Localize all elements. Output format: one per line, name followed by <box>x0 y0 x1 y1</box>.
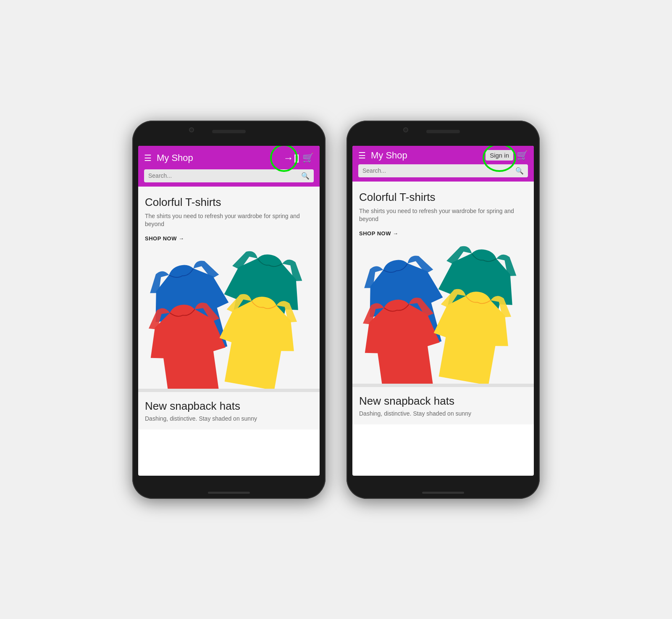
next-section-2: New snapback hats Dashing, distinctive. … <box>352 387 534 424</box>
phone-2-speaker <box>426 130 460 133</box>
hero-title-1: Colorful T-shirts <box>145 196 313 209</box>
search-icon-1: 🔍 <box>301 172 310 180</box>
search-icon-2: 🔍 <box>515 167 524 175</box>
phone-2: ☰ My Shop Sign in 🛒 🔍 <box>346 121 540 499</box>
header-top-2: ☰ My Shop Sign in 🛒 <box>358 150 528 161</box>
section-divider-1 <box>138 389 320 392</box>
app-header-1: ☰ My Shop →▯ 🛒 🔍 <box>138 146 320 187</box>
tshirts-image-1 <box>138 246 320 389</box>
phone-2-frame: ☰ My Shop Sign in 🛒 🔍 <box>346 121 540 499</box>
hero-desc-2: The shirts you need to refresh your ward… <box>359 207 527 224</box>
phone-2-screen: ☰ My Shop Sign in 🛒 🔍 <box>352 146 534 476</box>
search-bar-2: 🔍 <box>358 164 528 177</box>
shop-now-btn-2[interactable]: SHOP NOW → <box>359 230 399 237</box>
hero-section-1: Colorful T-shirts The shirts you need to… <box>138 187 320 246</box>
phone-2-home <box>422 492 464 494</box>
next-title-2: New snapback hats <box>359 395 527 408</box>
tshirts-svg-1 <box>138 246 320 389</box>
hamburger-icon-1[interactable]: ☰ <box>144 154 152 162</box>
next-desc-1: Dashing, distinctive. Stay shaded on sun… <box>145 415 313 422</box>
phone-1-camera <box>189 127 194 132</box>
app-header-2: ☰ My Shop Sign in 🛒 🔍 <box>352 146 534 182</box>
hero-desc-1: The shirts you need to refresh your ward… <box>145 212 313 229</box>
app-content-1: Colorful T-shirts The shirts you need to… <box>138 187 320 429</box>
header-top-1: ☰ My Shop →▯ 🛒 <box>144 150 314 166</box>
search-input-2[interactable] <box>362 167 515 174</box>
header-actions-2: Sign in 🛒 <box>486 150 528 161</box>
phone-1-home <box>208 492 250 494</box>
shop-now-btn-1[interactable]: SHOP NOW → <box>145 235 184 242</box>
section-divider-2 <box>352 384 534 387</box>
cart-icon-1[interactable]: 🛒 <box>302 153 314 163</box>
hamburger-icon-2[interactable]: ☰ <box>358 151 366 160</box>
login-icon-button-1[interactable]: →▯ <box>283 150 299 166</box>
phone-1-frame: ☰ My Shop →▯ 🛒 🔍 <box>132 121 326 499</box>
tshirts-svg-2 <box>352 241 534 384</box>
next-desc-2: Dashing, distinctive. Stay shaded on sun… <box>359 410 527 417</box>
header-actions-1: →▯ 🛒 <box>283 150 314 166</box>
next-title-1: New snapback hats <box>145 400 313 413</box>
search-input-1[interactable] <box>148 172 301 179</box>
next-section-1: New snapback hats Dashing, distinctive. … <box>138 392 320 429</box>
phone-2-camera <box>403 127 408 132</box>
app-content-2: Colorful T-shirts The shirts you need to… <box>352 182 534 424</box>
shop-title-1: My Shop <box>157 153 283 163</box>
tshirts-image-2 <box>352 241 534 384</box>
phones-container: ☰ My Shop →▯ 🛒 🔍 <box>132 121 540 499</box>
phone-1-screen: ☰ My Shop →▯ 🛒 🔍 <box>138 146 320 476</box>
hero-title-2: Colorful T-shirts <box>359 191 527 204</box>
signin-text-button-2[interactable]: Sign in <box>486 150 513 161</box>
phone-1: ☰ My Shop →▯ 🛒 🔍 <box>132 121 326 499</box>
search-bar-1: 🔍 <box>144 169 314 182</box>
hero-section-2: Colorful T-shirts The shirts you need to… <box>352 182 534 241</box>
cart-icon-2[interactable]: 🛒 <box>517 150 528 161</box>
shop-title-2: My Shop <box>371 150 486 161</box>
phone-1-speaker <box>212 130 246 133</box>
